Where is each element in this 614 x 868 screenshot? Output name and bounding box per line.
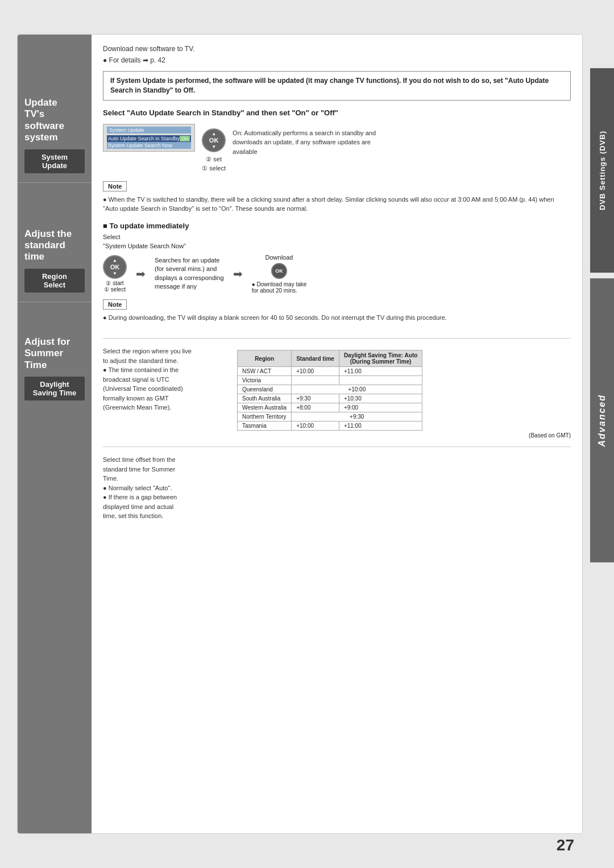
nav2-down: ▼ [113,271,117,276]
col-std-time: Standard time [292,350,339,367]
bullet-on: On: Automatically performs a search in s… [233,128,392,157]
region-line7: (Greenwich Mean Time). [103,403,228,412]
region-qld: Queensland [238,385,292,394]
region-left-text: Select the region where you live to adju… [103,347,228,439]
ui-row1-label: Auto Update Search in Standby [108,136,180,141]
sa-dst: +10:30 [339,394,422,403]
note-content-2: ● During downloading, the TV will displa… [103,313,571,323]
wa-std: +8:00 [292,403,339,412]
step1-label: ① select [202,164,226,173]
dvb-tab-label: DVB Settings (DVB) [598,131,607,210]
advanced-tab-label: Advanced [597,394,607,446]
dst-line1: Select time offset from the [103,455,571,465]
table-row: Western Australia +8:00 +9:00 [238,403,422,412]
table-row: Tasmania +10:00 +11:00 [238,422,422,431]
sidebar-section-dst: Adjust forSummer Time DaylightSaving Tim… [18,302,92,410]
instruction-text: Download new software to TV. [103,45,571,53]
region-sa: South Australia [238,394,292,403]
ui-row2-label: System Update Search Now [108,143,172,148]
search-description: Searches for an update (for several mins… [155,256,224,291]
region-section: Select the region where you live to adju… [103,339,571,447]
nav2-up: ▲ [113,258,117,263]
system-update-now-label: "System Update Search Now" [103,243,571,249]
sidebar-title-update: UpdateTV'ssoftwaresystem [24,97,85,144]
main-content-box: UpdateTV'ssoftwaresystem SystemUpdate Ad… [17,34,583,834]
tas-std: +10:00 [292,422,339,431]
note-section-1: Note ● When the TV is switched to standb… [103,181,571,214]
table-row: Queensland +10:00 [238,385,422,394]
dst-section: Select time offset from the standard tim… [103,447,571,521]
dst-line4: ● Normally select "Auto". [103,483,571,493]
to-update-immediately: To update immediately [103,222,571,230]
ui-row1-value: On [180,136,190,141]
ui-screenshot-block: System Update Auto Update Search in Stan… [103,124,195,152]
col-dst: Daylight Saving Time: Auto(During Summer… [339,350,422,367]
download-block: Download OK ● Download may take for abou… [252,254,307,294]
region-line5: (Universal Time coordinated) [103,384,228,394]
advanced-tab: Advanced [590,278,614,562]
ui-row1: Auto Update Search in Standby On [107,135,191,142]
update-section: Select "Auto Update Search in Standby" a… [103,108,571,339]
dst-line7: time, set this function. [103,511,571,521]
sidebar-section-update: UpdateTV'ssoftwaresystem SystemUpdate [18,35,92,183]
dst-left-text: Select time offset from the standard tim… [103,455,571,521]
sidebar-box-system-update: SystemUpdate [24,149,85,173]
region-nsw: NSW / ACT [238,367,292,376]
download-container: ▲ OK ▼ ② start ① select ➡ Searches for a… [103,254,571,294]
region-tas: Tasmania [238,422,292,431]
region-vic: Victoria [238,376,292,385]
nt-combined: +9:30 [292,412,422,422]
ok-center: OK [209,137,219,144]
dst-line5: ● If there is a gap between [103,493,571,502]
sidebar-box-region: RegionSelect [24,269,85,293]
top-instruction-section: Download new software to TV. ● For detai… [103,45,571,64]
region-nt: Northern Territory [238,412,292,422]
region-line3: ● The time contained in the [103,365,228,375]
vic-std [292,376,339,385]
region-right-table: Region Standard time Daylight Saving Tim… [237,347,571,439]
ui-title: System Update [107,127,191,133]
note-section-2: Note ● During downloading, the TV will d… [103,299,571,323]
nsw-std: +10:00 [292,367,339,376]
select2-label: ① select [104,286,126,293]
nav-arrows-down: ▼ [211,144,216,149]
auto-update-heading: Select "Auto Update Search in Standby" a… [103,108,571,117]
ui-row2: System Update Search Now [107,142,191,149]
sa-std: +9:30 [292,394,339,403]
download-note: ● Download may take for about 20 mins. [252,281,307,294]
col-region: Region [238,350,292,367]
dst-line3: Time. [103,474,571,483]
start-label: ② start [106,280,123,286]
page-number: 27 [557,836,574,854]
sidebar-title-region: Adjust thestandard time [24,228,85,263]
nav-circle-2-block: ▲ OK ▼ ② start ① select [103,255,127,293]
dvb-settings-tab: DVB Settings (DVB) [590,68,614,273]
instruction-note: ● For details ➡ p. 42 [103,56,571,64]
ui-screenshot: System Update Auto Update Search in Stan… [103,124,195,152]
steps-block: ▲ OK ▼ ② set ① select [202,128,226,173]
region-table: Region Standard time Daylight Saving Tim… [237,350,422,431]
vic-dst [339,376,422,385]
nav-circle-2: ▲ OK ▼ [103,255,127,279]
table-row: South Australia +9:30 +10:30 [238,394,422,403]
ok-center-2: OK [110,264,120,270]
nsw-dst: +11:00 [339,367,422,376]
region-line4: broadcast signal is UTC [103,375,228,385]
immediate-update-block: Select "System Update Search Now" ▲ OK ▼… [103,233,571,294]
note-label-1: Note [103,181,127,191]
nav-circle-ok: ▲ OK ▼ [202,128,226,152]
sidebar-box-dst: DaylightSaving Time [24,377,85,400]
table-row: NSW / ACT +10:00 +11:00 [238,367,422,376]
sidebar-title-dst: Adjust forSummer Time [24,336,85,371]
table-row: Victoria [238,376,422,385]
sidebar-section-region: Adjust thestandard time RegionSelect [18,183,92,302]
step2-label: ② set [206,155,222,164]
left-sidebar: UpdateTV'ssoftwaresystem SystemUpdate Ad… [18,35,92,833]
region-line6: formally known as GMT [103,394,228,403]
page: DVB Settings (DVB) Advanced UpdateTV'sso… [0,0,614,868]
nav-arrows-up: ▲ [211,131,216,136]
system-update-area: System Update Auto Update Search in Stan… [103,124,571,173]
table-footnote: (Based on GMT) [237,432,571,439]
region-line2: to adjust the standard time. [103,356,228,366]
warning-box: If System Update is performed, the softw… [103,71,571,101]
